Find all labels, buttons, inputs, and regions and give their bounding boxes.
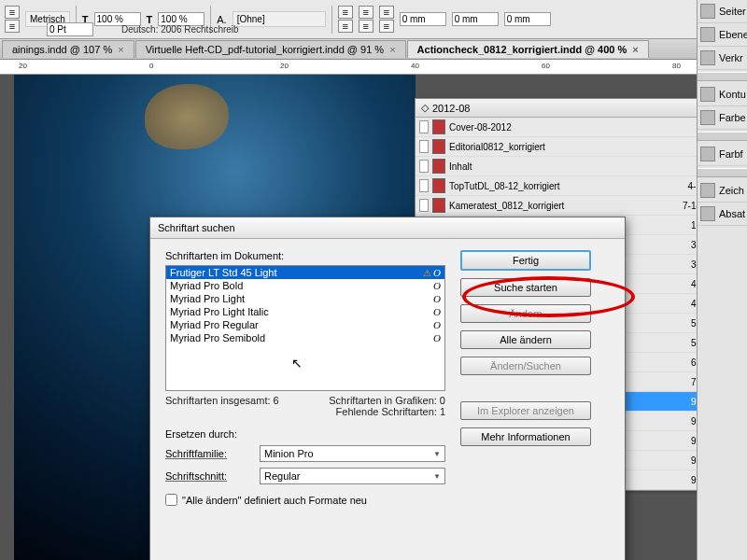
- panel-label: Absat: [719, 208, 745, 219]
- panel-label: Verkr: [719, 52, 743, 63]
- font-row[interactable]: Myriad Pro LightO: [166, 292, 444, 305]
- warning-icon: ⚠: [423, 268, 431, 278]
- tab-document[interactable]: Virtuelle Heft-CD_pdf-tutorial_korrigier…: [135, 40, 406, 58]
- more-info-button[interactable]: Mehr Informationen: [460, 427, 591, 446]
- doc-thumb-icon: [432, 178, 445, 193]
- font-name: Frutiger LT Std 45 Light: [170, 267, 423, 278]
- font-style-label: Schriftschnitt:: [165, 470, 254, 482]
- panel-tab[interactable]: Seiter: [698, 0, 747, 23]
- panel-icon: [700, 27, 715, 42]
- font-list[interactable]: Frutiger LT Std 45 Light⚠OMyriad Pro Bol…: [165, 265, 445, 391]
- panel-tab[interactable]: Zeich: [698, 179, 747, 203]
- panel-tab[interactable]: Farbf: [698, 143, 747, 166]
- panel-label: Ebene: [719, 29, 747, 40]
- language-dropdown[interactable]: Deutsch: 2006 Rechtschreib: [121, 24, 239, 35]
- indent-input[interactable]: [504, 12, 551, 26]
- font-type-icon: O: [433, 319, 441, 330]
- change-button: Ändern: [460, 304, 591, 323]
- doc-icon: [419, 160, 429, 173]
- fonts-graphics-label: Schriftarten in Grafiken: 0: [329, 395, 445, 406]
- para-icon[interactable]: ≡: [359, 20, 374, 33]
- tab-document[interactable]: ainings.indd @ 107 %×: [2, 40, 134, 58]
- font-row[interactable]: Myriad Pro Light ItalicO: [166, 305, 444, 318]
- panel-icon: [700, 206, 715, 221]
- doc-name: Kameratest_0812_korrigiert: [449, 201, 683, 211]
- doc-thumb-icon: [432, 119, 445, 134]
- replace-with-label: Ersetzen durch:: [165, 428, 445, 440]
- redefine-style-checkbox[interactable]: [165, 494, 177, 506]
- close-icon[interactable]: ×: [389, 44, 395, 55]
- font-row[interactable]: Myriad Pro RegularO: [166, 318, 444, 331]
- panel-label: Seiter: [719, 6, 746, 17]
- horizontal-ruler[interactable]: 20020406080: [0, 60, 747, 75]
- panel-icon: [700, 110, 715, 125]
- font-style-dropdown[interactable]: Regular▼: [260, 468, 445, 484]
- book-row[interactable]: TopTutDL_08-12_korrigiert4-6: [416, 176, 722, 196]
- workspace: ◇ 2012-08 ▾≡ Cover-08-20121Editorial0812…: [0, 75, 747, 560]
- font-type-icon: O: [433, 293, 441, 304]
- dialog-title: Schriftart suchen: [150, 217, 625, 239]
- panel-label: Farbf: [719, 148, 743, 160]
- panel-tab[interactable]: Farbe: [698, 106, 747, 130]
- tab-document[interactable]: Actioncheck_0812_korrigiert.indd @ 400 %…: [407, 40, 649, 58]
- doc-icon: [419, 179, 429, 192]
- change-all-button[interactable]: Alle ändern: [460, 330, 591, 349]
- book-row[interactable]: Kameratest_0812_korrigiert7-14: [416, 196, 722, 216]
- panel-tab[interactable]: Kontu: [698, 83, 747, 106]
- doc-icon: [419, 120, 429, 133]
- book-row[interactable]: Inhalt3: [416, 157, 722, 176]
- para-icon[interactable]: ≡: [379, 20, 394, 33]
- change-find-button: Ändern/Suchen: [460, 357, 591, 375]
- panel-icon: [700, 147, 715, 161]
- book-row[interactable]: Editorial0812_korrigiert2: [416, 137, 722, 157]
- chevron-down-icon: ▼: [433, 450, 441, 458]
- document-tabs: ainings.indd @ 107 %× Virtuelle Heft-CD_…: [0, 39, 747, 60]
- reveal-button: Im Explorer anzeigen: [460, 401, 591, 420]
- panel-label: Farbe: [719, 112, 746, 123]
- font-name: Myriad Pro Light Italic: [170, 306, 433, 317]
- font-name: Myriad Pro Light: [170, 293, 433, 304]
- close-icon[interactable]: ×: [118, 44, 123, 55]
- char-style-dropdown[interactable]: [Ohne]: [233, 11, 326, 27]
- doc-thumb-icon: [432, 159, 445, 174]
- panel-tab[interactable]: Ebene: [698, 23, 747, 47]
- panel-icon: [700, 87, 715, 102]
- panel-icon: [700, 50, 715, 65]
- panel-icon: [700, 4, 715, 19]
- para-icon[interactable]: ≡: [338, 6, 353, 19]
- chevron-down-icon: ▼: [433, 472, 441, 481]
- book-row[interactable]: Cover-08-20121: [416, 118, 722, 137]
- book-title: 2012-08: [432, 103, 707, 114]
- indent-input[interactable]: [400, 12, 446, 26]
- done-button[interactable]: Fertig: [460, 250, 591, 271]
- para-icon[interactable]: ≡: [338, 20, 353, 33]
- doc-name: Editorial0812_korrigiert: [449, 142, 696, 152]
- close-icon[interactable]: ×: [632, 44, 638, 55]
- align-icon[interactable]: ≡: [5, 20, 20, 33]
- redefine-style-label: "Alle ändern" definiert auch Formate neu: [182, 495, 367, 506]
- para-icon[interactable]: ≡: [379, 6, 394, 19]
- dropdown-icon[interactable]: ◇: [421, 102, 429, 114]
- font-row[interactable]: Myriad Pro BoldO: [166, 279, 444, 292]
- font-row[interactable]: Myriad Pro SemiboldO: [166, 331, 444, 344]
- doc-thumb-icon: [432, 198, 445, 213]
- doc-icon: [419, 199, 429, 212]
- right-panels: SeiterEbeneVerkr KontuFarbe Farbf ZeichA…: [697, 0, 747, 560]
- panel-tab[interactable]: Verkr: [698, 47, 747, 70]
- find-font-dialog: Schriftart suchen Schriftarten im Dokume…: [149, 217, 626, 560]
- font-family-dropdown[interactable]: Minion Pro▼: [260, 445, 445, 462]
- doc-thumb-icon: [432, 139, 445, 154]
- panel-label: Zeich: [719, 185, 744, 196]
- align-icon[interactable]: ≡: [5, 6, 20, 19]
- fonts-in-doc-label: Schriftarten im Dokument:: [165, 250, 445, 261]
- panel-tab[interactable]: Absat: [698, 203, 747, 226]
- font-type-icon: O: [433, 306, 441, 317]
- find-first-button[interactable]: Suche starten: [460, 278, 591, 297]
- font-row[interactable]: Frutiger LT Std 45 Light⚠O: [166, 266, 444, 279]
- font-type-icon: O: [433, 267, 441, 278]
- indent-input[interactable]: [452, 12, 499, 26]
- panel-icon: [700, 183, 715, 198]
- para-icon[interactable]: ≡: [359, 6, 374, 19]
- baseline-input[interactable]: [47, 22, 93, 36]
- doc-icon: [419, 140, 429, 153]
